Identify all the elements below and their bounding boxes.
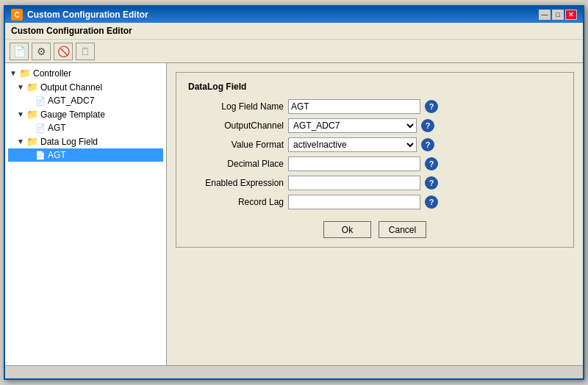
tree-node-output-channel[interactable]: ▼ 📁 Output Channel (8, 80, 163, 94)
datalog-group: DataLog Field Log Field Name ? OutputCha… (176, 72, 574, 248)
folder-icon-controller: 📁 (19, 68, 31, 79)
expand-controller: ▼ (10, 69, 17, 77)
file-icon-agt: 📄 (35, 123, 46, 133)
tree-node-agt[interactable]: 📄 AGT (8, 121, 163, 134)
tree-label-data-log-field: Data Log Field (40, 137, 98, 147)
value-format-wrap: activeInactive (288, 137, 417, 152)
log-field-name-input[interactable] (288, 99, 420, 114)
expand-gauge-template: ▼ (17, 110, 24, 118)
record-lag-row: Record Lag ? (188, 195, 562, 209)
tree-panel: ▼ 📁 Controller ▼ 📁 Output Channel 📄 AGT_… (5, 63, 167, 365)
tree-label-agt-adc7: AGT_ADC7 (48, 96, 94, 106)
group-title: DataLog Field (188, 82, 562, 92)
output-channel-help[interactable]: ? (421, 119, 434, 132)
record-lag-help[interactable]: ? (425, 195, 438, 209)
output-channel-select[interactable]: AGT_ADC7 (288, 118, 417, 133)
title-bar: C Custom Configuration Editor — □ ✕ (5, 7, 583, 23)
maximize-button[interactable]: □ (552, 10, 564, 20)
tree-node-data-log-field[interactable]: ▼ 📁 Data Log Field (8, 134, 163, 148)
record-lag-input[interactable] (288, 195, 420, 209)
tree-node-controller[interactable]: ▼ 📁 Controller (8, 66, 163, 80)
tree-label-agt: AGT (48, 123, 66, 133)
enabled-expression-input[interactable] (288, 176, 420, 190)
title-bar-controls: — □ ✕ (539, 10, 577, 20)
cancel-button[interactable]: Cancel (379, 221, 426, 238)
close-button[interactable]: ✕ (565, 10, 577, 20)
output-channel-label: OutputChannel (188, 120, 284, 131)
expand-data-log-field: ▼ (17, 137, 24, 145)
value-format-row: Value Format activeInactive ? (188, 137, 562, 152)
decimal-place-row: Decimal Place ? (188, 156, 562, 171)
output-channel-wrap: AGT_ADC7 (288, 118, 417, 133)
main-panel: DataLog Field Log Field Name ? OutputCha… (167, 63, 583, 365)
window-icon: C (11, 9, 23, 21)
log-field-name-row: Log Field Name ? (188, 99, 562, 114)
decimal-place-help[interactable]: ? (425, 157, 438, 170)
info-button[interactable]: 🗒 (76, 43, 95, 60)
tree-node-agt-selected[interactable]: 📄 AGT (8, 148, 163, 162)
tree-label-output-channel: Output Channel (40, 82, 102, 93)
tree-node-agt-adc7[interactable]: 📄 AGT_ADC7 (8, 94, 163, 107)
window-title: Custom Configuration Editor (27, 10, 148, 20)
enabled-expression-help[interactable]: ? (425, 176, 438, 190)
expand-output-channel: ▼ (17, 83, 24, 91)
log-field-name-label: Log Field Name (188, 101, 284, 112)
folder-icon-output-channel: 📁 (26, 82, 38, 93)
tree-label-gauge-template: Gauge Template (40, 109, 105, 120)
decimal-place-label: Decimal Place (188, 159, 284, 169)
new-doc-button[interactable]: 📄 (10, 43, 29, 60)
inner-title: Custom Configuration Editor (5, 23, 583, 40)
log-field-name-help[interactable]: ? (425, 100, 438, 113)
tree-node-gauge-template[interactable]: ▼ 📁 Gauge Template (8, 107, 163, 121)
decimal-place-input[interactable] (288, 156, 420, 171)
file-icon-agt-selected: 📄 (35, 151, 46, 160)
tree-label-agt-selected: AGT (48, 150, 66, 160)
title-bar-left: C Custom Configuration Editor (11, 9, 148, 21)
ok-button[interactable]: Ok (323, 221, 371, 238)
status-bar (5, 365, 583, 378)
button-row: Ok Cancel (188, 221, 562, 238)
folder-icon-data-log-field: 📁 (26, 136, 38, 147)
folder-icon-gauge-template: 📁 (26, 109, 38, 120)
file-icon-agt-adc7: 📄 (35, 96, 46, 106)
output-channel-row: OutputChannel AGT_ADC7 ? (188, 118, 562, 133)
content-area: ▼ 📁 Controller ▼ 📁 Output Channel 📄 AGT_… (5, 63, 583, 365)
enabled-expression-row: Enabled Expression ? (188, 176, 562, 190)
main-window: C Custom Configuration Editor — □ ✕ Cust… (4, 5, 584, 380)
enabled-expression-label: Enabled Expression (188, 178, 284, 188)
record-lag-label: Record Lag (188, 197, 284, 207)
value-format-help[interactable]: ? (421, 138, 434, 151)
settings-button[interactable]: ⚙ (32, 43, 51, 60)
value-format-label: Value Format (188, 140, 284, 150)
stop-button[interactable]: 🚫 (54, 43, 73, 60)
tree-label-controller: Controller (33, 68, 71, 79)
value-format-select[interactable]: activeInactive (288, 137, 417, 152)
toolbar: 📄 ⚙ 🚫 🗒 (5, 40, 583, 63)
minimize-button[interactable]: — (539, 10, 551, 20)
